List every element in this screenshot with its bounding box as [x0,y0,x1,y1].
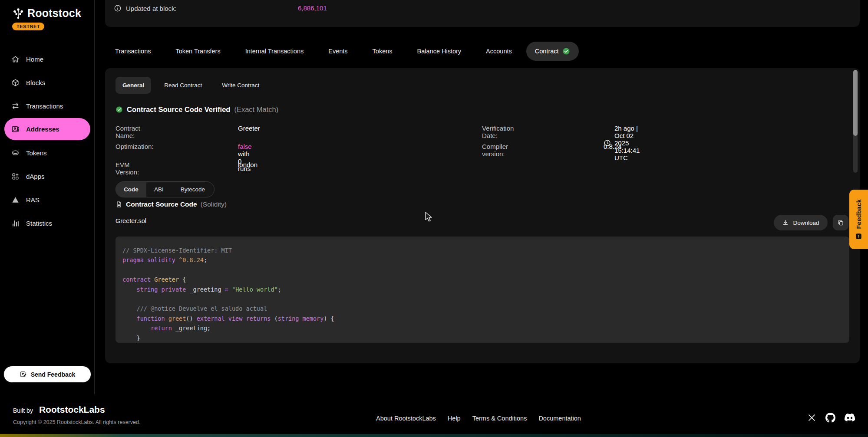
rootstock-logo[interactable]: Rootstock [12,7,81,20]
tab-internal-transactions[interactable]: Internal Transactions [245,48,304,55]
source-code-header: Contract Source Code (Solidity) [116,200,227,208]
sidebar-item-addresses[interactable]: Addresses [4,118,90,140]
source-code-viewer[interactable]: // SPDX-License-Identifier: MITpragma so… [116,237,849,343]
sidebar-item-label: RAS [26,196,40,204]
rootstock-logo-icon [12,7,24,20]
home-icon [11,55,20,63]
subtab-write-contract[interactable]: Write Contract [215,77,266,94]
coin-icon [11,149,20,157]
check-circle-icon [116,106,123,113]
address-tabs: Transactions Token Transfers Internal Tr… [115,41,579,61]
code-view-switcher: Code ABI Bytecode [116,181,215,197]
footer-link-help[interactable]: Help [448,415,461,422]
sidebar-item-label: Transactions [26,102,63,110]
sidebar-item-ras[interactable]: RAS [4,189,90,210]
footer-link-documentation[interactable]: Documentation [538,415,581,422]
github-icon[interactable] [825,413,835,423]
verified-banner: Contract Source Code Verified (Exact Mat… [116,105,278,114]
copyright-text: Copyright © 2025 RootstockLabs. All righ… [13,419,140,425]
evm-version-value: london [238,161,257,168]
tab-transactions[interactable]: Transactions [115,48,151,55]
network-badge: TESTNET [12,23,44,30]
copy-button[interactable] [833,215,848,230]
download-button[interactable]: Download [774,215,828,230]
updated-at-block-card: Updated at block: 6,886,101 [105,0,860,27]
contract-panel: General Read Contract Write Contract Con… [105,68,860,363]
contact-card-icon [11,125,20,133]
optimization-label: Optimization: [116,143,154,150]
sidebar-item-label: Blocks [26,79,45,86]
sidebar-item-label: Addresses [26,125,59,133]
sidebar-item-statistics[interactable]: Statistics [4,213,90,233]
social-links [807,412,855,423]
subtab-general[interactable]: General [116,77,151,94]
bar-chart-icon [11,219,20,227]
send-feedback-button[interactable]: Send Feedback [3,366,91,383]
sidebar-item-transactions[interactable]: Transactions [4,95,90,116]
sidebar-item-label: Tokens [26,149,47,157]
footer-links: About RootstockLabs Help Terms & Conditi… [376,415,581,422]
compiler-version-label: Compiler version: [482,143,508,158]
x-logo-icon[interactable] [807,413,816,422]
code-scrollbar-thumb[interactable] [853,70,858,136]
feedback-icon [855,233,862,240]
subtab-read-contract[interactable]: Read Contract [157,77,209,94]
code-lines: // SPDX-License-Identifier: MITpragma so… [116,237,849,343]
source-file-name: Greeter.sol [116,217,146,224]
feedback-side-tab[interactable]: Feedback [849,190,868,249]
updated-at-block-label: Updated at block: [126,5,177,12]
sidebar-item-label: Statistics [26,220,52,227]
sidebar-item-label: dApps [26,173,45,180]
document-icon [116,201,122,208]
verified-title: Contract Source Code Verified [127,105,230,114]
segment-code[interactable]: Code [116,182,146,197]
check-circle-icon [562,47,570,55]
footer: Built by RootstockLabs Copyright © 2025 … [0,394,868,434]
contract-name-label: Contract Name: [116,125,140,139]
tab-token-transfers[interactable]: Token Transfers [175,48,220,55]
block-number-link[interactable]: 6,886,101 [298,4,327,12]
evm-version-label: EVM Version: [116,161,139,176]
bottom-gradient-strip [0,434,868,437]
tab-contract[interactable]: Contract [526,42,579,61]
discord-icon[interactable] [845,412,855,423]
swap-arrows-icon [11,102,20,110]
note-pencil-icon [20,371,27,378]
triangle-icon [11,196,20,204]
info-icon[interactable] [114,4,122,12]
download-label: Download [793,220,819,226]
tab-balance-history[interactable]: Balance History [417,48,462,55]
contract-name-value: Greeter [238,125,260,132]
rootstocklabs-link[interactable]: RootstockLabs [39,404,105,415]
tab-contract-label: Contract [535,48,559,55]
verification-date-label: Verification Date: [482,125,514,139]
sidebar-item-home[interactable]: Home [4,49,90,69]
sidebar: Rootstock TESTNET Home Blocks Transactio… [0,0,95,394]
download-icon [782,219,789,226]
source-code-language: (Solidity) [201,200,227,208]
brand-name: Rootstock [27,7,81,20]
source-code-title: Contract Source Code [126,200,197,208]
verified-match-type: (Exact Match) [234,105,278,114]
segment-bytecode[interactable]: Bytecode [172,182,214,197]
contract-subtabs: General Read Contract Write Contract [116,77,266,94]
sidebar-item-blocks[interactable]: Blocks [4,72,90,93]
compiler-version-value: 0.8.24 [604,143,622,150]
sidebar-item-tokens[interactable]: Tokens [4,142,90,163]
tab-accounts[interactable]: Accounts [486,48,512,55]
sidebar-item-label: Home [26,56,43,63]
send-feedback-label: Send Feedback [31,371,76,378]
footer-link-about[interactable]: About RootstockLabs [376,415,436,422]
footer-link-terms[interactable]: Terms & Conditions [472,415,527,422]
tab-events[interactable]: Events [328,48,347,55]
feedback-tab-label: Feedback [855,199,862,229]
sidebar-item-dapps[interactable]: dApps [4,166,90,187]
segment-abi[interactable]: ABI [146,182,172,197]
built-by-label: Built by [13,407,33,414]
grid-plus-icon [11,172,20,181]
cube-icon [11,79,20,87]
tab-tokens[interactable]: Tokens [373,48,393,55]
copy-icon [837,219,844,226]
